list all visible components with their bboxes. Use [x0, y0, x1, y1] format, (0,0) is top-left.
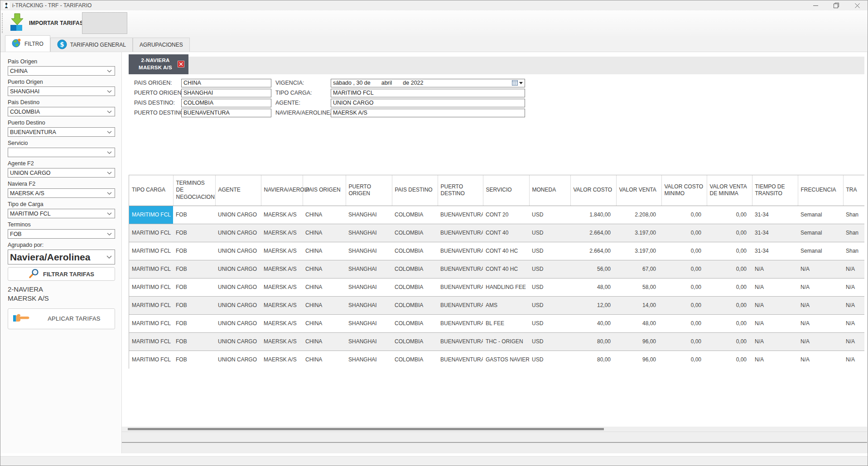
column-header-valor-costo[interactable]: VALOR COSTO: [570, 175, 616, 206]
cell-servicio[interactable]: HANDLING FEE: [483, 278, 529, 296]
cell-valor-venta[interactable]: 58,00: [616, 278, 661, 296]
cell-terminos-de-negociacion[interactable]: FOB: [173, 242, 215, 260]
tipo-carga-input[interactable]: MARITIMO FCL: [331, 89, 525, 97]
cell-pais-origen[interactable]: CHINA: [303, 278, 346, 296]
cell-puerto-destino[interactable]: BUENAVENTURA: [438, 314, 483, 332]
cell-pais-origen[interactable]: CHINA: [303, 351, 346, 369]
cell-pais-destino[interactable]: COLOMBIA: [392, 332, 438, 351]
terminos-combobox[interactable]: FOB: [8, 229, 115, 239]
cell-valor-costo-minimo[interactable]: 0,00: [661, 224, 707, 242]
cell-frecuencia[interactable]: Semanal: [798, 206, 843, 224]
cell-tra[interactable]: Shan: [843, 224, 864, 242]
cell-tipo-carga[interactable]: MARITIMO FCL: [129, 351, 173, 369]
cell-puerto-origen[interactable]: SHANGHAI: [346, 242, 392, 260]
cell-valor-venta-de-minima[interactable]: 0,00: [707, 224, 752, 242]
cell-agente[interactable]: UNION CARGO: [215, 332, 261, 351]
vigencia-input[interactable]: sábado , 30 deabrilde 2022: [331, 79, 525, 87]
column-header-naviera-aeroli[interactable]: NAVIERA/AEROLI: [261, 175, 303, 206]
cell-valor-venta[interactable]: 67,00: [616, 260, 661, 278]
cell-valor-costo[interactable]: 2.664,00: [570, 224, 616, 242]
cell-tiempo-de-transito[interactable]: N/A: [752, 296, 798, 314]
cell-terminos-de-negociacion[interactable]: FOB: [173, 332, 215, 351]
cell-tipo-carga[interactable]: MARITIMO FCL: [129, 332, 173, 351]
column-header-tra[interactable]: TRA: [843, 175, 864, 206]
cell-puerto-origen[interactable]: SHANGHAI: [346, 296, 392, 314]
column-header-puerto-destino[interactable]: PUERTO DESTINO: [438, 175, 483, 206]
cell-moneda[interactable]: USD: [529, 351, 570, 369]
cell-puerto-destino[interactable]: BUENAVENTURA: [438, 296, 483, 314]
column-header-tipo-carga[interactable]: TIPO CARGA: [129, 175, 173, 206]
filtrar-tarifas-button[interactable]: FILTRAR TARIFAS: [8, 267, 115, 281]
cell-pais-destino[interactable]: COLOMBIA: [392, 242, 438, 260]
cell-frecuencia[interactable]: Semanal: [798, 224, 843, 242]
cell-terminos-de-negociacion[interactable]: FOB: [173, 314, 215, 332]
cell-tipo-carga[interactable]: MARITIMO FCL: [129, 242, 173, 260]
cell-terminos-de-negociacion[interactable]: FOB: [173, 278, 215, 296]
cell-valor-costo[interactable]: 56,00: [570, 260, 616, 278]
cell-pais-destino[interactable]: COLOMBIA: [392, 260, 438, 278]
cell-tra[interactable]: N/A: [843, 260, 864, 278]
cell-valor-costo[interactable]: 1.840,00: [570, 206, 616, 224]
cell-puerto-destino[interactable]: BUENAVENTURA: [438, 242, 483, 260]
column-header-pais-destino[interactable]: PAIS DESTINO: [392, 175, 438, 206]
cell-valor-costo-minimo[interactable]: 0,00: [661, 314, 707, 332]
cell-puerto-origen[interactable]: SHANGHAI: [346, 260, 392, 278]
cell-servicio[interactable]: AMS: [483, 296, 529, 314]
column-header-moneda[interactable]: MONEDA: [529, 175, 570, 206]
cell-naviera-aeroli[interactable]: MAERSK A/S: [261, 242, 303, 260]
cell-tiempo-de-transito[interactable]: N/A: [752, 332, 798, 351]
cell-servicio[interactable]: CONT 40: [483, 224, 529, 242]
cell-puerto-destino[interactable]: BUENAVENTURA: [438, 351, 483, 369]
document-tab-naviera-maersk[interactable]: 2-NAVIERA MAERSK A/S: [129, 54, 188, 74]
cell-naviera-aeroli[interactable]: MAERSK A/S: [261, 260, 303, 278]
cell-naviera-aeroli[interactable]: MAERSK A/S: [261, 332, 303, 351]
cell-frecuencia[interactable]: Semanal: [798, 242, 843, 260]
selected-cell[interactable]: MARITIMO FCL: [129, 206, 173, 224]
cell-pais-destino[interactable]: COLOMBIA: [392, 278, 438, 296]
cell-moneda[interactable]: USD: [529, 260, 570, 278]
cell-naviera-aeroli[interactable]: MAERSK A/S: [261, 206, 303, 224]
agente-input[interactable]: UNION CARGO: [331, 99, 525, 107]
column-header-tiempo-de-transito[interactable]: TIEMPO DE TRANSITO: [752, 175, 798, 206]
cell-naviera-aeroli[interactable]: MAERSK A/S: [261, 224, 303, 242]
cell-pais-origen[interactable]: CHINA: [303, 296, 346, 314]
column-header-pais-origen[interactable]: PAIS ORIGEN: [303, 175, 346, 206]
close-tab-icon[interactable]: [178, 61, 184, 67]
cell-valor-costo[interactable]: 40,00: [570, 314, 616, 332]
cell-moneda[interactable]: USD: [529, 278, 570, 296]
tab-filtro[interactable]: FILTRO: [5, 35, 50, 52]
cell-valor-venta-de-minima[interactable]: 0,00: [707, 278, 752, 296]
cell-valor-venta-de-minima[interactable]: 0,00: [707, 206, 752, 224]
cell-servicio[interactable]: CONT 40 HC: [483, 260, 529, 278]
aplicar-tarifas-button[interactable]: APLICAR TARIFAS: [8, 308, 115, 329]
cell-terminos-de-negociacion[interactable]: FOB: [173, 206, 215, 224]
minimize-button[interactable]: [805, 0, 826, 10]
cell-frecuencia[interactable]: N/A: [798, 260, 843, 278]
cell-servicio[interactable]: GASTOS NAVIER...: [483, 351, 529, 369]
cell-valor-venta-de-minima[interactable]: 0,00: [707, 242, 752, 260]
cell-valor-venta[interactable]: 48,00: [616, 314, 661, 332]
puerto-destino-combobox[interactable]: BUENAVENTURA: [8, 127, 115, 137]
tab-agrupaciones[interactable]: AGRUPACIONES: [133, 38, 190, 52]
cell-agente[interactable]: UNION CARGO: [215, 260, 261, 278]
cell-valor-costo-minimo[interactable]: 0,00: [661, 206, 707, 224]
cell-pais-destino[interactable]: COLOMBIA: [392, 296, 438, 314]
servicio-combobox[interactable]: [8, 148, 115, 157]
cell-moneda[interactable]: USD: [529, 224, 570, 242]
cell-pais-origen[interactable]: CHINA: [303, 314, 346, 332]
cell-servicio[interactable]: CONT 20: [483, 206, 529, 224]
cell-puerto-destino[interactable]: BUENAVENTURA: [438, 332, 483, 351]
calendar-dropdown-icon[interactable]: [512, 80, 523, 86]
cell-pais-destino[interactable]: COLOMBIA: [392, 224, 438, 242]
cell-tra[interactable]: N/A: [843, 314, 864, 332]
cell-pais-destino[interactable]: COLOMBIA: [392, 314, 438, 332]
cell-pais-origen[interactable]: CHINA: [303, 242, 346, 260]
cell-pais-origen[interactable]: CHINA: [303, 206, 346, 224]
cell-puerto-destino[interactable]: BUENAVENTURA: [438, 206, 483, 224]
cell-tipo-carga[interactable]: MARITIMO FCL: [129, 224, 173, 242]
column-header-valor-venta[interactable]: VALOR VENTA: [616, 175, 661, 206]
agrupado-por-combobox[interactable]: Naviera/Aerolinea: [8, 250, 115, 264]
cell-valor-costo-minimo[interactable]: 0,00: [661, 351, 707, 369]
cell-frecuencia[interactable]: N/A: [798, 332, 843, 351]
column-header-puerto-origen[interactable]: PUERTO ORIGEN: [346, 175, 392, 206]
